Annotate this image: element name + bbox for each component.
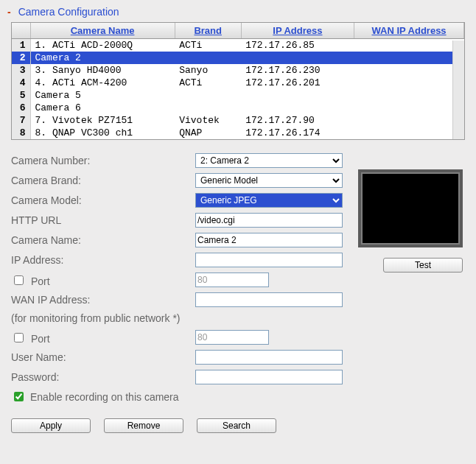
search-button[interactable]: Search	[197, 418, 276, 433]
wan-note: (for monitoring from public network *)	[11, 312, 465, 324]
camera-table-container: Camera Name Brand IP Address WAN IP Addr…	[11, 22, 465, 140]
col-camera-name[interactable]: Camera Name	[30, 23, 175, 39]
table-row[interactable]: 11. ACTi ACD-2000QACTi172.17.26.85	[12, 39, 464, 52]
port1-input[interactable]	[195, 273, 269, 287]
label-wan-ip: WAN IP Address:	[11, 294, 195, 306]
label-camera-model: Camera Model:	[11, 194, 195, 206]
test-button[interactable]: Test	[383, 258, 463, 273]
user-name-input[interactable]	[195, 350, 343, 365]
label-http-url: HTTP URL	[11, 214, 195, 226]
remove-button[interactable]: Remove	[104, 418, 183, 433]
panel-title: Camera Configuration	[18, 6, 119, 18]
collapse-icon[interactable]: -	[7, 6, 11, 18]
wan-ip-input[interactable]	[195, 292, 343, 307]
camera-model-select[interactable]: Generic JPEG	[195, 193, 343, 208]
camera-preview	[358, 169, 463, 247]
http-url-input[interactable]	[195, 213, 343, 228]
port2-checkbox[interactable]	[14, 333, 24, 342]
camera-brand-select[interactable]: Generic Model	[195, 173, 343, 188]
camera-table[interactable]: Camera Name Brand IP Address WAN IP Addr…	[12, 23, 464, 139]
label-camera-number: Camera Number:	[11, 155, 195, 166]
camera-number-select[interactable]: 2: Camera 2	[195, 153, 343, 168]
table-row[interactable]: 44. ACTi ACM-4200ACTi172.17.26.201	[12, 77, 464, 89]
form-area: Test Camera Number: 2: Camera 2 Camera B…	[0, 140, 476, 414]
col-brand[interactable]: Brand	[175, 23, 241, 39]
table-row[interactable]: 33. Sanyo HD4000Sanyo172.17.26.230	[12, 64, 464, 77]
label-enable-recording: Enable recording on this camera	[30, 391, 179, 403]
table-row[interactable]: 6Camera 6	[12, 102, 464, 114]
table-row[interactable]: 88. QNAP VC300 ch1QNAP172.17.26.174	[12, 127, 464, 139]
label-camera-name: Camera Name:	[11, 234, 195, 246]
apply-button[interactable]: Apply	[11, 418, 91, 433]
table-row[interactable]: 2Camera 2	[12, 52, 464, 64]
table-row[interactable]: 77. Vivotek PZ7151Vivotek172.17.27.90	[12, 114, 464, 127]
password-input[interactable]	[195, 370, 343, 384]
port1-checkbox[interactable]	[14, 275, 24, 285]
label-user-name: User Name:	[11, 351, 195, 363]
button-row: Apply Remove Search	[0, 414, 476, 437]
col-ip[interactable]: IP Address	[241, 23, 354, 39]
ip-address-input[interactable]	[195, 253, 343, 267]
enable-recording-checkbox[interactable]	[14, 392, 24, 401]
label-password: Password:	[11, 371, 195, 383]
table-scrollbar[interactable]	[452, 41, 464, 139]
col-index[interactable]	[12, 23, 30, 39]
col-wan[interactable]: WAN IP Address	[354, 23, 464, 39]
port2-input[interactable]	[195, 330, 269, 345]
label-port1: Port	[11, 273, 195, 287]
label-port2: Port	[11, 331, 195, 345]
panel-header: - Camera Configuration	[0, 0, 476, 22]
label-camera-brand: Camera Brand:	[11, 175, 195, 186]
table-row[interactable]: 5Camera 5	[12, 89, 464, 102]
camera-name-input[interactable]	[195, 233, 343, 247]
label-ip-address: IP Address:	[11, 254, 195, 266]
